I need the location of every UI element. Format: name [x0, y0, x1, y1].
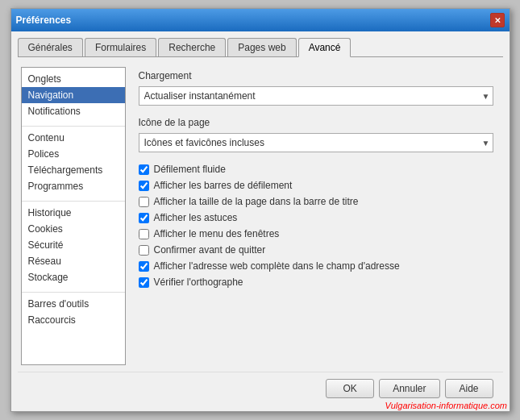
checkbox-item-2: Afficher la taille de la page dans la ba… [139, 196, 493, 207]
tab-pages-web[interactable]: Pages web [227, 38, 296, 56]
checkbox-input-1[interactable] [139, 181, 149, 191]
sidebar-item-sécurité[interactable]: Sécurité [22, 237, 125, 253]
sidebar-item-raccourcis[interactable]: Raccourcis [22, 312, 125, 328]
annuler-button[interactable]: Annuler [379, 379, 439, 398]
tab-avancé[interactable]: Avancé [298, 38, 352, 57]
checkbox-label-5: Confirmer avant de quitter [154, 244, 266, 256]
checkbox-input-5[interactable] [139, 245, 149, 256]
checkbox-input-0[interactable] [139, 164, 149, 175]
sidebar-group-3: Barres d'outilsRaccourcis [22, 296, 125, 328]
footer: OK Annuler Aide [18, 372, 503, 405]
checkbox-item-3: Afficher les astuces [139, 212, 493, 223]
checkbox-item-1: Afficher les barres de défilement [139, 180, 493, 191]
checkbox-label-2: Afficher la taille de la page dans la ba… [154, 196, 359, 207]
icone-dropdown-wrapper: Icônes et favicônes inclusesIcônes seule… [139, 133, 493, 152]
checkbox-item-0: Défilement fluide [139, 164, 493, 175]
chargement-dropdown-wrapper: Actualiser instantanémentNe pas actualis… [139, 86, 493, 106]
window-body: GénéralesFormulairesRecherchePages webAv… [11, 31, 510, 411]
sidebar-item-réseau[interactable]: Réseau [22, 253, 125, 269]
checkbox-input-6[interactable] [139, 261, 149, 272]
checkbox-input-2[interactable] [139, 197, 149, 207]
sidebar-item-onglets[interactable]: Onglets [22, 71, 125, 87]
tab-recherche[interactable]: Recherche [158, 38, 226, 56]
sidebar-item-navigation[interactable]: Navigation [22, 87, 125, 103]
tab-formulaires[interactable]: Formulaires [85, 38, 156, 56]
close-button[interactable]: ✕ [490, 13, 505, 27]
aide-button[interactable]: Aide [445, 379, 493, 398]
watermark: Vulgarisation-informatique.com [385, 401, 507, 410]
sidebar-item-notifications[interactable]: Notifications [22, 103, 125, 119]
content-area: OngletsNavigationNotificationsContenuPol… [18, 64, 503, 368]
chargement-title: Chargement [139, 70, 493, 81]
ok-button[interactable]: OK [326, 379, 374, 398]
checkbox-item-7: Vérifier l'orthographe [139, 277, 493, 288]
checkbox-input-7[interactable] [139, 277, 149, 288]
sidebar-item-cookies[interactable]: Cookies [22, 221, 125, 237]
checkbox-item-4: Afficher le menu des fenêtres [139, 228, 493, 239]
tab-générales[interactable]: Générales [18, 38, 83, 56]
sidebar-group-0: OngletsNavigationNotifications [22, 71, 125, 119]
sidebar-group-2: HistoriqueCookiesSécuritéRéseauStockage [22, 205, 125, 285]
checkbox-label-7: Vérifier l'orthographe [154, 277, 243, 288]
checkbox-input-4[interactable] [139, 229, 149, 239]
sidebar-item-historique[interactable]: Historique [22, 205, 125, 221]
checkbox-item-6: Afficher l'adresse web complète dans le … [139, 260, 493, 272]
checkbox-label-1: Afficher les barres de défilement [154, 180, 293, 191]
tab-bar: GénéralesFormulairesRecherchePages webAv… [18, 38, 503, 57]
icone-dropdown[interactable]: Icônes et favicônes inclusesIcônes seule… [139, 133, 493, 152]
checkbox-label-4: Afficher le menu des fenêtres [154, 228, 280, 239]
sidebar-item-contenu[interactable]: Contenu [22, 130, 125, 146]
checkbox-list: Défilement fluideAfficher les barres de … [139, 164, 493, 288]
sidebar-item-programmes[interactable]: Programmes [22, 178, 125, 194]
chargement-dropdown[interactable]: Actualiser instantanémentNe pas actualis… [139, 86, 493, 106]
icone-title: Icône de la page [139, 117, 493, 128]
sidebar-item-téléchargements[interactable]: Téléchargements [22, 162, 125, 178]
checkbox-label-3: Afficher les astuces [154, 212, 238, 223]
checkbox-label-0: Défilement fluide [154, 164, 226, 175]
sidebar-divider-0 [22, 126, 125, 127]
sidebar-item-polices[interactable]: Polices [22, 146, 125, 162]
preferences-window: Préférences ✕ GénéralesFormulairesRecher… [10, 8, 510, 412]
main-panel: Chargement Actualiser instantanémentNe p… [132, 67, 500, 365]
sidebar-divider-1 [22, 201, 125, 202]
sidebar-item-stockage[interactable]: Stockage [22, 269, 125, 285]
checkbox-label-6: Afficher l'adresse web complète dans le … [154, 260, 400, 272]
sidebar-group-1: ContenuPolicesTéléchargementsProgrammes [22, 130, 125, 194]
sidebar: OngletsNavigationNotificationsContenuPol… [21, 67, 126, 365]
sidebar-divider-2 [22, 292, 125, 293]
title-bar: Préférences ✕ [11, 9, 510, 31]
checkbox-item-5: Confirmer avant de quitter [139, 244, 493, 256]
checkbox-input-3[interactable] [139, 213, 149, 223]
sidebar-item-barres-doutils[interactable]: Barres d'outils [22, 296, 125, 312]
window-title: Préférences [16, 15, 72, 26]
